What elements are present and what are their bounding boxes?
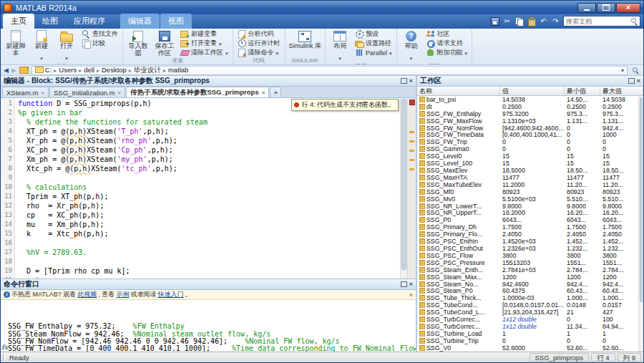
workspace-row[interactable]: SSG_NR_LowerT...9.80009.80009.8000 — [417, 203, 643, 210]
back-button[interactable]: ◀ — [4, 67, 9, 74]
variable-max-cell[interactable]: 16.20... — [600, 209, 643, 216]
editor-tab[interactable]: XSteam.m — [2, 87, 49, 97]
variable-name-cell[interactable]: SSG_FW_NomFlow — [417, 125, 500, 132]
variable-value-cell[interactable]: 0 — [500, 138, 565, 145]
code-line[interactable] — [18, 173, 400, 183]
variable-max-cell[interactable]: 0.0157 — [600, 301, 643, 309]
code-line[interactable] — [18, 257, 400, 266]
variable-value-cell[interactable]: 14.5038 — [500, 96, 565, 103]
variable-name-cell[interactable]: SSG_Level_100 — [417, 160, 500, 167]
column-header-value[interactable]: 值 — [500, 87, 565, 95]
save-workspace-button[interactable]: 保存工作区 — [152, 29, 177, 57]
code-line[interactable]: D = [Tprim rho cp mu k]; — [18, 266, 400, 276]
workspace-row[interactable]: SSG_Level0151515 — [417, 153, 643, 160]
workspace-row[interactable]: SSG_PSC_Flow380038003800 — [417, 252, 643, 259]
variable-min-cell[interactable]: 21 — [565, 309, 600, 316]
variable-max-cell[interactable]: 52.60... — [600, 344, 643, 352]
variable-name-cell[interactable]: SSG_TubeCond... — [417, 301, 500, 309]
ribbon-tab[interactable]: 主页 — [3, 14, 34, 29]
variable-value-cell[interactable]: 11477 — [500, 174, 565, 181]
workspace-row[interactable]: SSG_Level_100151515 — [417, 160, 643, 167]
variable-min-cell[interactable]: 11.34... — [565, 323, 600, 330]
variable-value-cell[interactable]: 9.8000 — [500, 203, 565, 210]
variable-name-cell[interactable]: SSG_FW_TimeData — [417, 131, 500, 138]
variable-name-cell[interactable]: SSG_PSC_Pressure — [417, 259, 500, 266]
help-button[interactable]: 帮助 — [400, 29, 423, 63]
command-line[interactable]: SSG_FW_TimeData = [0 400 400.1 410 410.1… — [8, 345, 416, 352]
variable-min-cell[interactable]: 16.20... — [565, 209, 600, 216]
variable-max-cell[interactable]: 1000 — [600, 131, 643, 138]
variable-name-cell[interactable]: SSG_FW_Enthalpy — [417, 110, 500, 117]
variable-min-cell[interactable]: 0.2500 — [565, 103, 600, 110]
workspace-scrollbar[interactable] — [638, 96, 643, 352]
variable-max-cell[interactable]: 0.2500 — [600, 103, 643, 110]
variable-max-cell[interactable]: 14.5038 — [600, 96, 643, 103]
variable-name-cell[interactable]: SSG_TurbCorrec... — [417, 316, 500, 323]
variable-max-cell[interactable]: 942.4... — [600, 281, 643, 288]
variable-min-cell[interactable]: 6043... — [565, 216, 600, 223]
variable-min-cell[interactable]: 2.784... — [565, 266, 600, 274]
variable-min-cell[interactable]: 0 — [565, 316, 600, 323]
open-button[interactable]: 打开 — [55, 29, 78, 63]
variable-max-cell[interactable]: 1.232... — [600, 245, 643, 252]
cut-icon[interactable]: ✂ — [502, 16, 512, 26]
simulink-library-button[interactable]: Simulink 库 — [288, 29, 323, 57]
tab-close-icon[interactable] — [118, 89, 122, 96]
new-variable-button[interactable]: 新建变量 — [179, 29, 230, 39]
workspace-row[interactable]: SSG_TurbCorrec...1x12 double11.34...84.9… — [417, 323, 643, 330]
request-support-button[interactable]: 请求支持 — [425, 39, 469, 48]
workspace-row[interactable]: SSG_Gamma0000 — [417, 145, 643, 153]
variable-value-cell[interactable]: 1.4520e+03 — [500, 238, 565, 245]
variable-max-cell[interactable]: 0 — [600, 145, 643, 153]
variable-value-cell[interactable]: 1.0000e-03 — [500, 294, 565, 301]
breadcrumb-segment[interactable]: dell — [84, 66, 94, 74]
variable-name-cell[interactable]: SSG_TurbCorrec... — [417, 323, 500, 330]
variable-name-cell[interactable]: SSG_Primary_Flo... — [417, 231, 500, 238]
workspace-header[interactable]: 工作区 × — [417, 76, 643, 87]
variable-min-cell[interactable]: 15 — [565, 153, 600, 160]
workspace-row[interactable]: SSG_Turbine_Load111 — [417, 330, 643, 337]
variable-max-cell[interactable]: 60.43... — [600, 287, 643, 294]
analyzer-warning-mark[interactable] — [409, 131, 414, 133]
ribbon-tab[interactable]: 应用程序 — [66, 14, 113, 29]
variable-max-cell[interactable]: 0 — [600, 138, 643, 145]
workspace-row[interactable]: SSG_V052.600052.60...52.60... — [417, 344, 643, 352]
ribbon-tab[interactable]: 编辑器 — [120, 14, 160, 29]
analyzer-warning-mark[interactable] — [409, 140, 414, 142]
variable-min-cell[interactable]: 1.131... — [565, 117, 600, 125]
copy-icon[interactable] — [514, 16, 524, 26]
video-link[interactable]: 此视频 — [77, 290, 97, 299]
variable-min-cell[interactable]: 1.452... — [565, 238, 600, 245]
variable-max-cell[interactable]: 1 — [600, 330, 643, 337]
code-line[interactable]: Xr_ph = @(p,h)XSteam('rho_ph',p,h); — [18, 136, 400, 145]
tab-close-icon[interactable] — [262, 89, 265, 96]
variable-min-cell[interactable]: 0 — [565, 138, 600, 145]
variable-value-cell[interactable]: 6043... — [500, 216, 565, 223]
ribbon-tab[interactable]: 绘图 — [34, 14, 66, 29]
variable-value-cell[interactable]: 2.4050 — [500, 231, 565, 238]
workspace-row[interactable]: SSG_FW_NomFlow[942.4600,942.4600...0942.… — [417, 125, 643, 132]
variable-max-cell[interactable]: 1.452... — [600, 238, 643, 245]
undock-icon[interactable] — [401, 281, 407, 287]
variable-min-cell[interactable]: 3800 — [565, 252, 600, 259]
new-tab-button[interactable]: + — [270, 87, 281, 97]
variable-name-cell[interactable]: SSG_Steam_Enth... — [417, 266, 500, 274]
variable-min-cell[interactable]: 5.510... — [565, 195, 600, 203]
variable-min-cell[interactable]: 1.7500 — [565, 223, 600, 231]
workspace-row[interactable]: SSG_MaxTubeElev11.200011.20...11.20... — [417, 181, 643, 188]
code-line[interactable]: XT_ph = @(p,h)XSteam('T_ph',p,h); — [18, 127, 400, 136]
variable-max-cell[interactable]: 15 — [600, 153, 643, 160]
column-header-name[interactable]: 名称 — [417, 87, 500, 95]
variable-value-cell[interactable]: 60.4375 — [500, 287, 565, 294]
variable-name-cell[interactable]: SSG_PSC_Flow — [417, 252, 500, 259]
variable-name-cell[interactable]: SSG_Gamma0 — [417, 145, 500, 153]
variable-min-cell[interactable]: 18.50... — [565, 167, 600, 174]
fx-button[interactable]: fx — [1, 344, 8, 351]
examples-link[interactable]: 示例 — [116, 290, 129, 299]
variable-value-cell[interactable]: 11.2000 — [500, 181, 565, 188]
variable-min-cell[interactable]: 0 — [565, 131, 600, 138]
find-files-button[interactable]: 查找文件 — [80, 29, 119, 39]
getting-started-link[interactable]: 快速入门 — [157, 290, 183, 299]
workspace-row[interactable]: SSG_PSC_EnthOut1.2326e+031.232...1.232..… — [417, 245, 643, 252]
variable-name-cell[interactable]: SSG_Steam_P0 — [417, 287, 500, 294]
